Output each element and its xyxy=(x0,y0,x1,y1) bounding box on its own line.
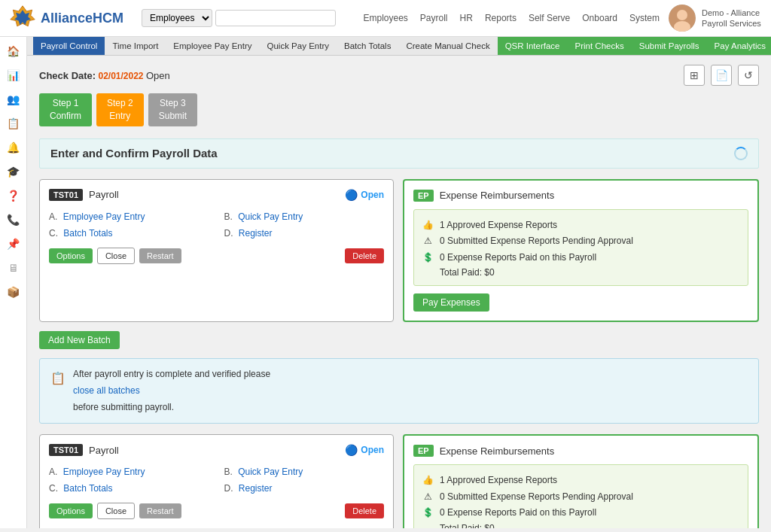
status-icon-2: 🔵 xyxy=(345,444,358,456)
nav-hr[interactable]: HR xyxy=(460,13,473,23)
ep-row2-2: 💲 0 Expense Reports Paid on this Payroll xyxy=(422,505,740,521)
batch-header-2: TST01 Payroll 🔵 Open xyxy=(49,444,384,456)
sidebar-chart-icon[interactable]: 📊 xyxy=(5,67,22,84)
nav-system[interactable]: System xyxy=(629,13,660,23)
batch-row-2: TST01 Payroll 🔵 Open A. Employee Pay Ent… xyxy=(39,434,759,528)
ep-header-2: EP Expense Reimbursements xyxy=(413,445,748,457)
check-date-link[interactable]: 02/01/2022 xyxy=(98,71,143,81)
search-area: Employees xyxy=(142,9,336,27)
check-date-label: Check Date: xyxy=(39,70,96,81)
sidebar-help-icon[interactable]: ❓ xyxy=(5,187,22,204)
expense-card-1: EP Expense Reimbursements 👍 1 Approved E… xyxy=(403,179,759,323)
employee-pay-entry-link-1[interactable]: Employee Pay Entry xyxy=(63,211,145,222)
delete-button-1[interactable]: Delete xyxy=(345,248,384,263)
batch-link-a-2: A. Employee Pay Entry xyxy=(49,467,209,477)
batch-card-2: TST01 Payroll 🔵 Open A. Employee Pay Ent… xyxy=(39,434,394,528)
expense-card-2: EP Expense Reimbursements 👍 1 Approved E… xyxy=(403,434,759,528)
step1-confirm-button[interactable]: Step 1 Confirm xyxy=(39,93,92,126)
ep-title-2: Expense Reimbursements xyxy=(440,445,554,457)
sidebar-box-icon[interactable]: 📦 xyxy=(5,284,22,300)
tab-payroll-control[interactable]: Payroll Control xyxy=(33,37,105,55)
register-link-1[interactable]: Register xyxy=(239,228,273,239)
batch-type-1: Payroll xyxy=(89,189,119,200)
quick-pay-entry-link-2[interactable]: Quick Pay Entry xyxy=(238,467,303,477)
delete-button-2[interactable]: Delete xyxy=(345,503,384,518)
tab-submit-payrolls[interactable]: Submit Payrolls xyxy=(632,37,707,55)
tab-pay-analytics[interactable]: Pay Analytics xyxy=(707,37,771,55)
restart-button-1[interactable]: Restart xyxy=(139,248,181,263)
sidebar-grad-icon[interactable]: 🎓 xyxy=(5,163,22,180)
add-new-batch-button-1[interactable]: Add New Batch xyxy=(39,331,120,349)
tab-bar: Payroll Control Time Import Employee Pay… xyxy=(27,37,771,56)
notice-text2: before submitting payroll. xyxy=(73,402,174,412)
sidebar-bell-icon[interactable]: 🔔 xyxy=(5,139,22,156)
notice-text: After payroll entry is complete and veri… xyxy=(73,366,270,415)
options-button-2[interactable]: Options xyxy=(49,503,93,518)
tab-employee-pay-entry[interactable]: Employee Pay Entry xyxy=(166,37,259,55)
tab-print-checks[interactable]: Print Checks xyxy=(568,37,632,55)
close-button-1[interactable]: Close xyxy=(97,248,135,264)
dollar-icon: 💲 xyxy=(422,250,434,266)
tab-create-manual-check[interactable]: Create Manual Check xyxy=(398,37,497,55)
quick-pay-entry-link-1[interactable]: Quick Pay Entry xyxy=(238,211,303,222)
search-input[interactable] xyxy=(215,10,336,26)
sidebar-monitor-icon[interactable]: 🖥 xyxy=(5,260,22,276)
step3-submit-button[interactable]: Step 3 Submit xyxy=(148,93,197,126)
ep-row2-0: 👍 1 Approved Expense Reports xyxy=(422,473,740,489)
restart-button-2[interactable]: Restart xyxy=(139,503,181,518)
ep-text-0: 1 Approved Expense Reports xyxy=(440,217,557,234)
batch-code-2: TST01 xyxy=(49,444,83,456)
history-icon[interactable]: ↺ xyxy=(738,65,759,86)
nav-employees[interactable]: Employees xyxy=(363,13,407,23)
nav-reports[interactable]: Reports xyxy=(485,13,517,23)
nav-selfserve[interactable]: Self Serve xyxy=(529,13,570,23)
nav-payroll[interactable]: Payroll xyxy=(420,13,448,23)
batch-links-2: A. Employee Pay Entry B. Quick Pay Entry… xyxy=(49,464,384,503)
dollar-icon-2: 💲 xyxy=(422,505,434,521)
sidebar-users-icon[interactable]: 👥 xyxy=(5,91,22,108)
tab-batch-totals[interactable]: Batch Totals xyxy=(337,37,398,55)
batch-totals-link-1[interactable]: Batch Totals xyxy=(63,228,112,239)
batch-link-d-1: D. Register xyxy=(224,228,385,239)
sidebar-home-icon[interactable]: 🏠 xyxy=(5,43,22,59)
content-area: Check Date: 02/01/2022 Open ⊞ 📄 ↺ Step 1… xyxy=(27,56,771,528)
ep-total-1: Total Paid: $0 xyxy=(422,267,740,278)
batch-link-c-2: C. Batch Totals xyxy=(49,483,209,494)
check-date-status: Open xyxy=(146,70,170,81)
batch-totals-link-2[interactable]: Batch Totals xyxy=(63,483,112,494)
sidebar-pin-icon[interactable]: 📌 xyxy=(5,236,22,252)
ep-row-0: 👍 1 Approved Expense Reports xyxy=(422,217,740,234)
batch-link-a-1: A. Employee Pay Entry xyxy=(49,211,209,222)
search-dropdown[interactable]: Employees xyxy=(142,9,212,27)
user-name: Demo - Alliance Payroll Services xyxy=(702,8,762,29)
batch-row-1: TST01 Payroll 🔵 Open A. Employee Pay Ent… xyxy=(39,179,759,323)
ep-text2-1: 0 Submitted Expense Reports Pending Appr… xyxy=(440,489,633,506)
user-avatar[interactable] xyxy=(669,5,696,32)
step2-entry-button[interactable]: Step 2 Entry xyxy=(96,93,144,126)
layout: 🏠 📊 👥 📋 🔔 🎓 ❓ 📞 📌 🖥 📦 Payroll Control Ti… xyxy=(0,37,771,528)
thumbs-up-icon: 👍 xyxy=(422,217,434,234)
tab-quick-pay-entry[interactable]: Quick Pay Entry xyxy=(260,37,337,55)
pay-expenses-button-1[interactable]: Pay Expenses xyxy=(413,293,489,312)
nav-onboard[interactable]: Onboard xyxy=(582,13,617,23)
logo: AllianceHCM xyxy=(9,5,123,32)
options-button-1[interactable]: Options xyxy=(49,248,93,263)
steps-bar: Step 1 Confirm Step 2 Entry Step 3 Submi… xyxy=(39,93,759,126)
close-button-2[interactable]: Close xyxy=(97,503,135,519)
batch-link-b-1: B. Quick Pay Entry xyxy=(224,211,385,222)
tab-qsr-interface[interactable]: QSR Interface xyxy=(498,37,568,55)
batch-footer-1: Options Close Restart Delete xyxy=(49,248,384,264)
batch-link-d-2: D. Register xyxy=(224,483,385,494)
sidebar-phone-icon[interactable]: 📞 xyxy=(5,211,22,228)
tab-time-import[interactable]: Time Import xyxy=(105,37,166,55)
check-date-info: Check Date: 02/01/2022 Open xyxy=(39,70,170,81)
employee-pay-entry-link-2[interactable]: Employee Pay Entry xyxy=(63,467,145,477)
doc-view-icon[interactable]: 📄 xyxy=(711,65,732,86)
close-all-batches-link[interactable]: close all batches xyxy=(73,385,140,396)
grid-view-icon[interactable]: ⊞ xyxy=(684,65,705,86)
register-link-2[interactable]: Register xyxy=(239,483,273,494)
sidebar-list-icon[interactable]: 📋 xyxy=(5,115,22,132)
loading-spinner xyxy=(734,147,748,160)
batch-status-2: 🔵 Open xyxy=(345,444,384,456)
ep-text2-0: 1 Approved Expense Reports xyxy=(440,473,557,489)
